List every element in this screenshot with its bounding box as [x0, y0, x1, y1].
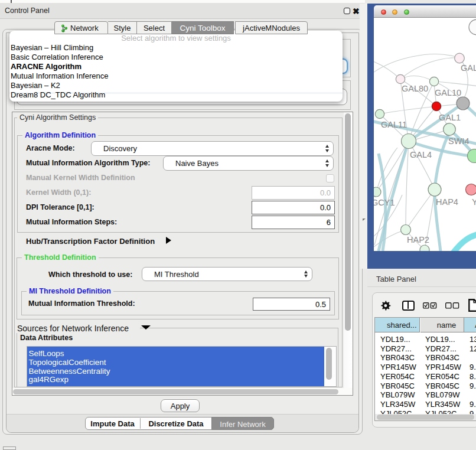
svg-text:Y: Y [472, 197, 476, 207]
svg-text:GAL7: GAL7 [461, 63, 476, 73]
svg-text:SWI4: SWI4 [448, 136, 469, 146]
svg-text:GAL10: GAL10 [435, 88, 461, 97]
svg-text:GAL1: GAL1 [439, 113, 461, 122]
svg-text:HAP4: HAP4 [436, 197, 458, 207]
svg-text:GAL80: GAL80 [402, 84, 428, 93]
svg-text:GCY1: GCY1 [374, 198, 395, 207]
svg-text:GAL11: GAL11 [381, 120, 407, 129]
svg-text:GAL4: GAL4 [410, 150, 432, 159]
svg-text:HAP2: HAP2 [407, 235, 429, 244]
